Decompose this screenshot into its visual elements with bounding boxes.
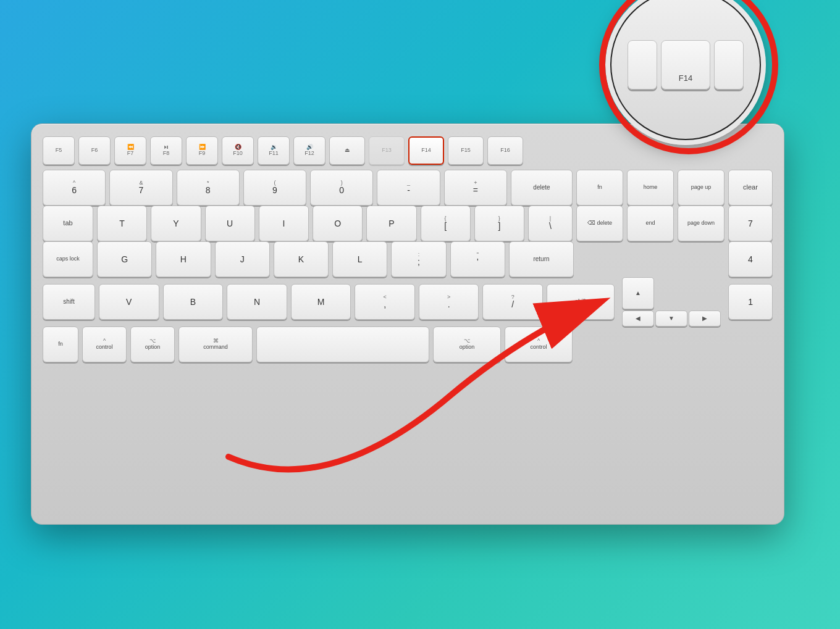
key-f11[interactable]: 🔉 F11 xyxy=(258,136,290,165)
key-0[interactable]: ) 0 xyxy=(310,170,373,206)
key-u[interactable]: U xyxy=(205,206,255,241)
key-home[interactable]: home xyxy=(627,170,674,206)
key-delete-fwd[interactable]: ⌫ delete xyxy=(576,206,623,241)
number-row: ^ 6 & 7 * 8 ( 9 ) 0 _ - xyxy=(43,170,773,206)
modifier-row: fn ^ control ⌥ option ⌘ command ⌥ option… xyxy=(43,327,773,362)
key-y[interactable]: Y xyxy=(151,206,201,241)
key-pagedown[interactable]: page down xyxy=(678,206,724,241)
key-fn[interactable]: fn xyxy=(576,170,623,206)
key-t[interactable]: T xyxy=(97,206,147,241)
key-f13[interactable]: F13 xyxy=(369,136,405,165)
key-8[interactable]: * 8 xyxy=(177,170,240,206)
key-end[interactable]: end xyxy=(627,206,674,241)
key-clear[interactable]: clear xyxy=(728,170,773,206)
key-tab[interactable]: tab xyxy=(43,206,93,241)
key-shift-right[interactable]: shift xyxy=(547,284,615,320)
key-num1[interactable]: 1 xyxy=(728,284,773,320)
key-delete[interactable]: delete xyxy=(511,170,573,206)
key-7[interactable]: & 7 xyxy=(109,170,172,206)
key-j[interactable]: J xyxy=(215,241,270,277)
key-n[interactable]: N xyxy=(227,284,287,320)
key-backslash[interactable]: | \ xyxy=(528,206,573,241)
key-b[interactable]: B xyxy=(163,284,224,320)
key-eject[interactable]: ⏏ xyxy=(329,136,365,165)
key-equals[interactable]: + = xyxy=(444,170,507,206)
key-f15[interactable]: F15 xyxy=(448,136,484,165)
key-f14[interactable]: F14 xyxy=(408,136,444,165)
bottom-alpha-row: shift V B N M < , > . ? / shift ▲ ◀ xyxy=(43,277,773,327)
key-arrow-right[interactable]: ▶ xyxy=(689,310,721,327)
key-i[interactable]: I xyxy=(259,206,309,241)
key-o[interactable]: O xyxy=(313,206,363,241)
f15-key-mock xyxy=(714,40,744,90)
key-lbracket[interactable]: { [ xyxy=(421,206,471,241)
key-g[interactable]: G xyxy=(97,241,152,277)
key-ctrl-left[interactable]: ^ control xyxy=(82,327,127,362)
key-command-left[interactable]: ⌘ command xyxy=(178,327,253,362)
key-v[interactable]: V xyxy=(99,284,159,320)
key-shift-left[interactable]: shift xyxy=(43,284,95,320)
home-row: caps lock G H J K L : ; " ' return 4 xyxy=(43,241,773,277)
f14-key-zoomed: F14 xyxy=(661,40,710,90)
key-m[interactable]: M xyxy=(291,284,351,320)
key-rbracket[interactable]: } ] xyxy=(474,206,524,241)
key-fn-bottom[interactable]: fn xyxy=(43,327,78,362)
key-option-left[interactable]: ⌥ option xyxy=(130,327,175,362)
key-f16[interactable]: F16 xyxy=(487,136,523,165)
top-alpha-row: tab T Y U I O P { [ } ] | \ ⌫ delete en xyxy=(43,206,773,241)
key-arrow-up[interactable]: ▲ xyxy=(622,277,654,309)
key-semicolon[interactable]: : ; xyxy=(391,241,446,277)
scene: F14 F5 F6 ⏪ F7 ⏯ F8 ⏩ F9 🔇 xyxy=(19,37,821,593)
key-f7[interactable]: ⏪ F7 xyxy=(114,136,146,165)
key-space[interactable] xyxy=(256,327,429,362)
key-9[interactable]: ( 9 xyxy=(243,170,306,206)
key-option-right[interactable]: ⌥ option xyxy=(433,327,501,362)
key-minus[interactable]: _ - xyxy=(377,170,440,206)
key-f9[interactable]: ⏩ F9 xyxy=(186,136,218,165)
key-l[interactable]: L xyxy=(332,241,387,277)
key-arrow-down[interactable]: ▼ xyxy=(655,310,687,327)
key-f8[interactable]: ⏯ F8 xyxy=(150,136,182,165)
key-f5[interactable]: F5 xyxy=(43,136,75,165)
key-f10[interactable]: 🔇 F10 xyxy=(222,136,254,165)
key-p[interactable]: P xyxy=(366,206,416,241)
key-num7[interactable]: 7 xyxy=(728,206,773,241)
key-slash[interactable]: ? / xyxy=(482,284,543,320)
key-arrow-left[interactable]: ◀ xyxy=(622,310,654,327)
key-period[interactable]: > . xyxy=(419,284,479,320)
key-pageup[interactable]: page up xyxy=(678,170,724,206)
key-f6[interactable]: F6 xyxy=(78,136,111,165)
key-capslock[interactable]: caps lock xyxy=(43,241,93,277)
key-quote[interactable]: " ' xyxy=(450,241,505,277)
key-6[interactable]: ^ 6 xyxy=(43,170,106,206)
key-k[interactable]: K xyxy=(274,241,329,277)
key-f12[interactable]: 🔊 F12 xyxy=(293,136,326,165)
f13-key-mock xyxy=(628,40,657,90)
key-control-right[interactable]: ^ control xyxy=(505,327,573,362)
key-return[interactable]: return xyxy=(509,241,574,277)
key-h[interactable]: H xyxy=(156,241,211,277)
keyboard-body: F5 F6 ⏪ F7 ⏯ F8 ⏩ F9 🔇 F10 🔉 F11 xyxy=(31,123,784,525)
key-num4[interactable]: 4 xyxy=(728,241,773,277)
key-comma[interactable]: < , xyxy=(355,284,415,320)
